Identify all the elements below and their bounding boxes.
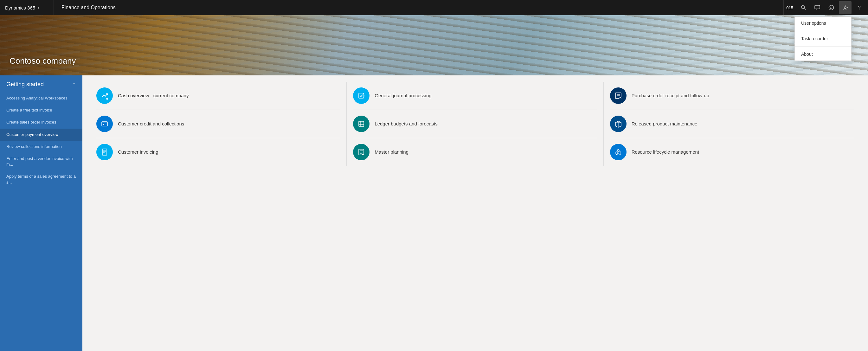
workspace-item-purchase-order[interactable]: Purchase order receipt and follow-up (610, 82, 854, 110)
search-button[interactable] (797, 1, 810, 14)
released-product-icon (610, 116, 626, 132)
svg-text:?: ? (858, 5, 861, 10)
customer-invoicing-label: Customer invoicing (118, 149, 158, 155)
general-journal-label: General journal processing (375, 93, 431, 99)
svg-point-4 (830, 7, 831, 8)
svg-rect-9 (102, 122, 107, 126)
cash-overview-icon (96, 88, 113, 104)
topnav: Dynamics 365 ▾ Finance and Operations 01… (0, 0, 868, 15)
purchase-order-icon (610, 88, 626, 104)
svg-point-0 (801, 6, 805, 9)
brand-logo[interactable]: Dynamics 365 ▾ (0, 0, 54, 15)
help-icon: ? (857, 5, 862, 10)
main-content: Getting started ⌃ Accessing Analytical W… (0, 75, 868, 351)
svg-rect-11 (103, 124, 104, 125)
master-planning-icon (353, 144, 370, 160)
chat-icon (814, 5, 820, 10)
workspace-item-general-journal[interactable]: General journal processing (353, 82, 597, 110)
dropdown-divider (795, 31, 851, 31)
sidebar-item-review-collections[interactable]: Review collections information (0, 141, 83, 153)
master-planning-label: Master planning (375, 149, 408, 155)
sidebar-item-customer-payment[interactable]: Customer payment overview (0, 129, 83, 141)
sidebar-header: Getting started ⌃ (0, 75, 83, 92)
svg-rect-17 (359, 121, 364, 126)
workspace-item-released-product[interactable]: Released product maintenance (610, 110, 854, 138)
sidebar-item-analytical[interactable]: Accessing Analytical Workspaces (0, 92, 83, 104)
svg-line-1 (804, 8, 806, 10)
dropdown-divider-2 (795, 46, 851, 46)
workspace-item-customer-credit[interactable]: Customer credit and collections (96, 110, 340, 138)
hero-company-title: Contoso company (9, 56, 76, 66)
workspace-item-resource-lifecycle[interactable]: Resource lifecycle management (610, 138, 854, 166)
sidebar-item-sales-agreement[interactable]: Apply terms of a sales agreement to a s.… (0, 170, 83, 188)
workspace-grid: Cash overview - current company Customer… (83, 75, 868, 351)
cash-overview-label: Cash overview - current company (118, 93, 189, 99)
svg-rect-12 (102, 149, 107, 155)
sidebar: Getting started ⌃ Accessing Analytical W… (0, 75, 83, 351)
resource-lifecycle-icon (610, 144, 626, 160)
svg-point-6 (844, 7, 846, 8)
settings-dropdown: User options Task recorder About (795, 17, 851, 61)
hero-overlay (0, 15, 868, 75)
svg-rect-16 (359, 93, 364, 98)
task-recorder-item[interactable]: Task recorder (795, 32, 851, 45)
sidebar-item-free-text-invoice[interactable]: Create a free text invoice (0, 104, 83, 116)
topnav-right-actions: 015 (784, 1, 868, 14)
sidebar-nav: Accessing Analytical Workspaces Create a… (0, 92, 83, 189)
workspace-item-ledger-budgets[interactable]: Ledger budgets and forecasts (353, 110, 597, 138)
sidebar-item-vendor-invoice[interactable]: Enter and post a vendor invoice with m..… (0, 153, 83, 170)
customer-credit-label: Customer credit and collections (118, 121, 184, 127)
about-item[interactable]: About (795, 48, 851, 61)
svg-point-3 (829, 5, 834, 10)
released-product-label: Released product maintenance (631, 121, 698, 127)
purchase-order-label: Purchase order receipt and follow-up (631, 93, 709, 99)
svg-rect-2 (815, 5, 820, 9)
brand-name: Dynamics 365 (5, 5, 35, 10)
workspace-col-1: Cash overview - current company Customer… (90, 82, 347, 166)
customer-credit-icon (96, 116, 113, 132)
search-icon (801, 5, 806, 10)
user-smile-button[interactable] (825, 1, 838, 14)
ledger-budgets-icon (353, 116, 370, 132)
workspace-item-master-planning[interactable]: Master planning (353, 138, 597, 166)
customer-invoicing-icon (96, 144, 113, 160)
notification-badge: 015 (784, 5, 796, 10)
workspace-item-customer-invoicing[interactable]: Customer invoicing (96, 138, 340, 166)
svg-point-30 (617, 150, 619, 152)
sidebar-title: Getting started (6, 81, 44, 88)
smile-icon (828, 5, 834, 10)
hero-banner: Contoso company (0, 15, 868, 75)
general-journal-icon (353, 88, 370, 104)
ledger-budgets-label: Ledger budgets and forecasts (375, 121, 437, 127)
workspace-item-cash-overview[interactable]: Cash overview - current company (96, 82, 340, 110)
user-options-item[interactable]: User options (795, 17, 851, 29)
help-button[interactable]: ? (853, 1, 865, 14)
sidebar-item-sales-order[interactable]: Create sales order invoices (0, 116, 83, 128)
brand-chevron: ▾ (38, 6, 39, 9)
gear-icon (842, 5, 848, 10)
workspace-col-3: Purchase order receipt and follow-up Rel… (604, 82, 860, 166)
chat-button[interactable] (811, 1, 824, 14)
settings-button[interactable]: User options Task recorder About (839, 1, 851, 14)
workspace-col-2: General journal processing Ledger budget… (347, 82, 603, 166)
app-name: Finance and Operations (54, 0, 784, 15)
sidebar-collapse-btn[interactable]: ⌃ (72, 82, 76, 87)
svg-point-5 (832, 7, 833, 8)
resource-lifecycle-label: Resource lifecycle management (631, 149, 699, 155)
